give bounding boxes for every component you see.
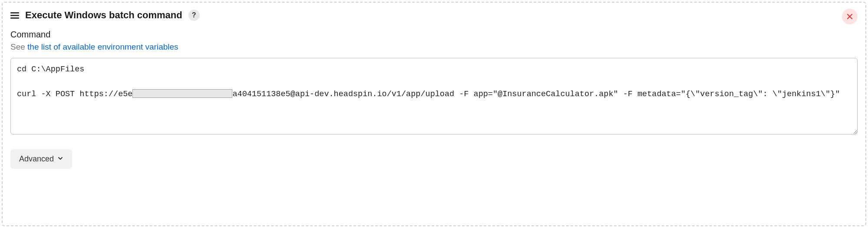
redacted-token [132, 89, 232, 98]
close-icon [846, 13, 853, 20]
step-header: Execute Windows batch command ? [10, 10, 858, 21]
command-line-2-post: a404151138e5@api-dev.headspin.io/v1/app/… [232, 90, 840, 99]
advanced-button[interactable]: Advanced [10, 149, 72, 169]
build-step-panel: Execute Windows batch command ? Command … [2, 2, 866, 226]
step-title: Execute Windows batch command [25, 10, 182, 21]
close-button[interactable] [842, 9, 858, 24]
advanced-label: Advanced [19, 154, 54, 164]
command-line-1: cd C:\AppFiles [17, 65, 84, 74]
command-label: Command [10, 30, 858, 40]
env-vars-link[interactable]: the list of available environment variab… [27, 42, 178, 51]
help-prefix: See [10, 42, 27, 51]
help-icon[interactable]: ? [188, 10, 200, 21]
command-line-2-pre: curl -X POST https://e5e [17, 90, 132, 99]
command-input[interactable]: cd C:\AppFiles curl -X POST https://e5ea… [10, 58, 858, 134]
chevron-down-icon [57, 154, 63, 164]
drag-handle-icon[interactable] [10, 10, 19, 20]
help-text: See the list of available environment va… [10, 42, 858, 52]
